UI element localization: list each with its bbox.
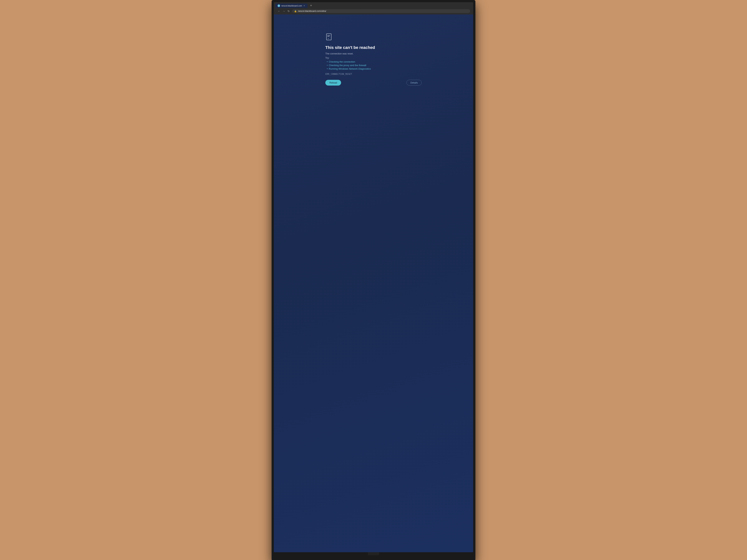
error-code: ERR_CONNECTION_RESET: [325, 73, 422, 75]
browser-chrome: ⊙ nescol.blackboard.com × + ← → ↻ 🔒 nesc…: [274, 2, 473, 15]
new-tab-button[interactable]: +: [309, 3, 313, 8]
forward-button[interactable]: →: [282, 9, 286, 14]
error-title: This site can't be reached: [325, 45, 422, 50]
url-text: nescol.blackboard.com/ultra/: [298, 10, 468, 12]
error-content: This site can't be reached The connectio…: [325, 26, 422, 85]
tab-title: nescol.blackboard.com: [281, 5, 302, 7]
lock-icon: 🔒: [294, 10, 297, 12]
active-tab[interactable]: ⊙ nescol.blackboard.com ×: [275, 3, 308, 8]
monitor-screen: ⊙ nescol.blackboard.com × + ← → ↻ 🔒 nesc…: [274, 2, 473, 552]
tab-bar: ⊙ nescol.blackboard.com × +: [275, 3, 472, 8]
suggestion-3-text: Running Windows Network Diagnostics: [329, 68, 371, 70]
suggestion-2-text: Checking the proxy and the firewall: [329, 64, 366, 67]
error-subtitle: The connection was reset.: [325, 52, 422, 55]
error-suggestions-list: Checking the connection Checking the pro…: [325, 60, 422, 70]
tab-favicon: ⊙: [278, 4, 280, 7]
favicon-icon: ⊙: [278, 5, 280, 6]
disconnected-page-icon: [325, 33, 333, 41]
reload-button[interactable]: Reload: [325, 80, 341, 85]
monitor-stand: [368, 552, 379, 555]
error-try-label: Try:: [325, 56, 422, 59]
suggestion-2[interactable]: Checking the proxy and the firewall: [327, 64, 422, 67]
button-row: Reload Details: [325, 80, 422, 85]
suggestion-1-text: Checking the connection: [329, 60, 355, 63]
reload-button-nav[interactable]: ↻: [286, 9, 291, 14]
suggestion-1[interactable]: Checking the connection: [327, 60, 422, 63]
monitor: ⊙ nescol.blackboard.com × + ← → ↻ 🔒 nesc…: [272, 0, 475, 560]
nav-arrows: ← → ↻: [277, 9, 291, 14]
back-button[interactable]: ←: [277, 9, 281, 14]
address-bar-row: ← → ↻ 🔒 nescol.blackboard.com/ultra/: [275, 8, 472, 15]
svg-rect-0: [327, 34, 331, 40]
address-bar[interactable]: 🔒 nescol.blackboard.com/ultra/: [292, 9, 470, 13]
suggestion-3[interactable]: Running Windows Network Diagnostics: [327, 68, 422, 70]
tab-group: ⊙ nescol.blackboard.com ×: [275, 3, 308, 8]
error-icon: [325, 33, 422, 42]
tab-close-button[interactable]: ×: [303, 5, 305, 7]
details-button[interactable]: Details: [407, 80, 422, 85]
error-page: This site can't be reached The connectio…: [274, 15, 473, 552]
